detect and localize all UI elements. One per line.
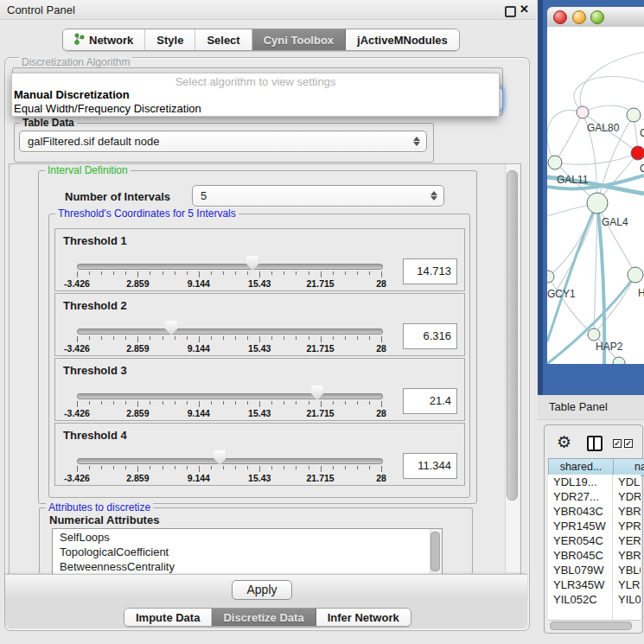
cell-shared-name: YLR345W xyxy=(553,577,604,592)
tick-label: 2.859 xyxy=(110,473,165,483)
table-row[interactable]: YBR043CYBR0 xyxy=(548,504,641,519)
tab-discretize-data[interactable]: Discretize Data xyxy=(212,609,316,626)
tab-infer-network[interactable]: Infer Network xyxy=(316,609,411,626)
threshold-slider-track[interactable] xyxy=(77,458,383,464)
threshold-slider-track[interactable] xyxy=(77,328,383,335)
table-row[interactable]: YDR27...YDR2 xyxy=(548,489,641,504)
network-node-label: C xyxy=(640,163,644,175)
bottom-tab-bar: Impute DataDiscretize DataInfer Network xyxy=(124,608,411,627)
dropdown-item-equal-width[interactable]: Equal Width/Frequency Discretization xyxy=(14,102,201,115)
horizontal-scrollbar-thumb[interactable] xyxy=(550,622,632,630)
tick-label: 21.715 xyxy=(293,473,348,483)
dropdown-item-manual-discretization[interactable]: Manual Discretization xyxy=(14,88,130,101)
threshold-label: Threshold 1 xyxy=(63,234,127,247)
attribute-list-item[interactable]: TopologicalCoefficient xyxy=(60,545,169,558)
node-table[interactable]: YDL19...YDL1YDR27...YDR2YBR043CYBR0YPR14… xyxy=(548,475,641,620)
apply-button[interactable]: Apply xyxy=(232,580,292,600)
checkbox-icon[interactable]: ✓ xyxy=(624,439,633,448)
panel-title: Control Panel xyxy=(7,3,75,16)
minor-tick xyxy=(223,271,224,275)
network-node[interactable] xyxy=(613,357,625,364)
minor-tick xyxy=(163,401,163,405)
checkbox-icon[interactable]: ✓ xyxy=(613,439,622,448)
network-node[interactable] xyxy=(627,108,641,122)
minor-tick xyxy=(187,401,188,405)
vertical-scrollbar-thumb[interactable] xyxy=(507,170,518,501)
tab-cyni-toolbox[interactable]: Cyni Toolbox xyxy=(252,29,346,50)
table-row[interactable]: YPR145WYPR1 xyxy=(548,519,641,533)
app-root: Control Panel ✕ NetworkStyleSelectCyni T… xyxy=(0,0,644,644)
network-node-label: GCY1 xyxy=(547,288,576,300)
column-header-name[interactable]: na xyxy=(613,458,644,476)
interval-definition-title: Interval Definition xyxy=(45,165,131,175)
cell-name: YBR0 xyxy=(618,548,641,563)
network-node[interactable] xyxy=(577,106,589,118)
minor-tick xyxy=(101,336,102,340)
tick-label: 15.43 xyxy=(232,278,287,289)
minor-tick xyxy=(235,466,236,469)
network-node[interactable] xyxy=(631,146,644,160)
threshold-box-3: Threshold 3-3.4262.8599.14415.4321.71528… xyxy=(54,358,465,421)
attribute-list-item[interactable]: BetweennessCentrality xyxy=(60,560,175,573)
minor-tick xyxy=(247,401,248,405)
network-node[interactable] xyxy=(548,156,562,169)
attribute-list-item[interactable]: SelfLoops xyxy=(60,531,110,544)
minor-tick xyxy=(345,401,346,405)
minor-tick xyxy=(101,466,102,469)
control-panel-titlebar xyxy=(0,0,536,20)
minor-tick xyxy=(150,336,150,340)
tab-style[interactable]: Style xyxy=(145,29,195,50)
tab-label: Select xyxy=(207,34,239,47)
network-node-label: HAP2 xyxy=(596,341,623,353)
mac-zoom-button[interactable] xyxy=(590,10,604,24)
minor-tick xyxy=(309,401,309,405)
threshold-value-field[interactable]: 14.713 xyxy=(403,258,457,284)
minor-tick xyxy=(223,466,224,469)
tab-label: Style xyxy=(156,34,183,47)
close-icon[interactable]: ✕ xyxy=(520,3,529,16)
minor-tick xyxy=(163,336,163,340)
minor-tick xyxy=(89,336,90,340)
list-scrollbar-thumb[interactable] xyxy=(430,532,440,571)
column-header-shared[interactable]: shared... xyxy=(548,458,614,476)
minor-tick xyxy=(175,401,175,405)
cell-name: YDL1 xyxy=(618,475,641,489)
table-row[interactable]: YLR345WYLR3 xyxy=(548,577,641,592)
table-row[interactable]: YBR045CYBR0 xyxy=(548,548,641,563)
network-graph: GAL80GCGAL11GAL4HGCY1HAP2 xyxy=(547,27,644,364)
threshold-slider-track[interactable] xyxy=(77,393,383,399)
float-window-icon[interactable] xyxy=(505,6,516,17)
tick-label: -3.426 xyxy=(49,343,105,354)
tab-network[interactable]: Network xyxy=(63,29,145,50)
table-row[interactable]: YER054CYER0 xyxy=(548,533,641,548)
tick-label: 28 xyxy=(354,408,409,418)
column-layout-icon[interactable] xyxy=(587,436,603,451)
network-node[interactable] xyxy=(628,267,643,283)
table-row[interactable]: YDL19...YDL1 xyxy=(548,475,641,489)
table-row[interactable]: YIL052CYIL0 xyxy=(548,592,641,607)
table-data-combobox[interactable]: galFiltered.sif default node xyxy=(19,131,427,152)
mac-close-button[interactable] xyxy=(553,10,567,24)
gear-icon[interactable]: ⚙ xyxy=(557,432,571,452)
num-intervals-combobox[interactable]: 5 xyxy=(192,185,444,207)
network-edge xyxy=(555,153,638,164)
cell-shared-name: YBL079W xyxy=(553,563,604,577)
tab-impute-data[interactable]: Impute Data xyxy=(124,609,212,626)
tab-select[interactable]: Select xyxy=(195,29,252,50)
minor-tick xyxy=(211,336,212,340)
minor-tick xyxy=(345,271,346,275)
numerical-attributes-list[interactable]: SelfLoopsTopologicalCoefficientBetweenne… xyxy=(52,528,443,575)
network-canvas[interactable]: GAL80GCGAL11GAL4HGCY1HAP2 xyxy=(547,27,644,364)
network-node[interactable] xyxy=(587,193,608,214)
threshold-slider-track[interactable] xyxy=(77,264,383,270)
minor-tick xyxy=(369,401,370,405)
network-node[interactable] xyxy=(588,328,600,341)
tab-jactivemnodules[interactable]: jActiveMNodules xyxy=(346,29,459,50)
threshold-value-field[interactable]: 11.344 xyxy=(403,453,457,479)
table-row[interactable]: YBL079WYBL0 xyxy=(548,563,641,577)
mac-minimize-button[interactable] xyxy=(572,10,586,24)
threshold-value-field[interactable]: 6.316 xyxy=(403,323,457,349)
minor-tick xyxy=(187,271,188,275)
minor-tick xyxy=(211,271,212,275)
threshold-value-field[interactable]: 21.4 xyxy=(403,388,457,414)
